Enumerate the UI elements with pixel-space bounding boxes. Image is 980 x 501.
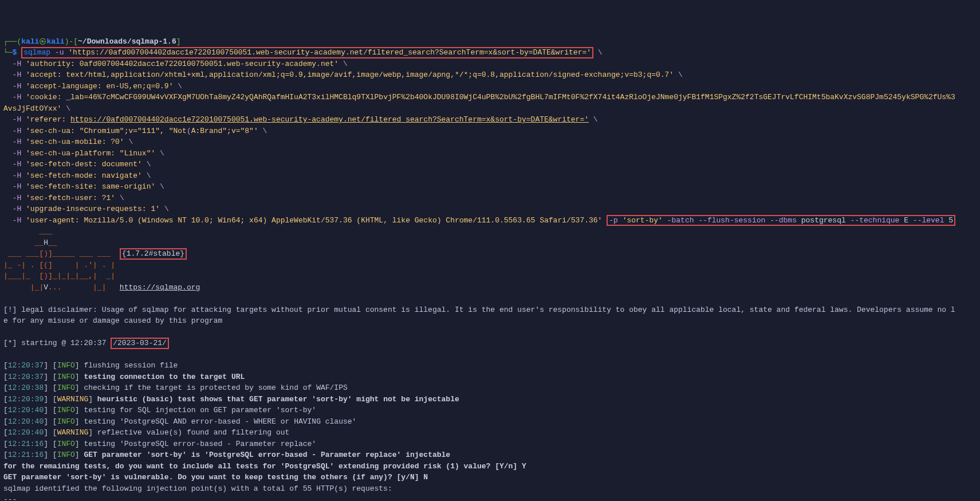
log-output: [12:20:37] [INFO] flushing session file … xyxy=(3,361,459,459)
starting-line: [*] starting @ 12:20:37 /2023-03-21/ xyxy=(3,339,169,347)
sqlmap-command-box: sqlmap -u 'https://0afd007004402dacc1e72… xyxy=(21,47,593,58)
prompt-line2: └─$ xyxy=(3,48,17,57)
version-box: {1.7.2#stable} xyxy=(120,248,187,260)
sqlmap-ascii-banner: ___ __H__ ___ ___[)]_____ ___ ___ {1.7.2… xyxy=(3,227,200,292)
prompt-line1: ┌──(kali㉿kali)-[~/Downloads/sqlmap-1.6] xyxy=(3,37,181,46)
prompt-keep-testing: GET parameter 'sort-by' is vulnerable. D… xyxy=(3,473,428,482)
start-date-box: /2023-03-21/ xyxy=(111,338,169,349)
terminal[interactable]: ┌──(kali㉿kali)-[~/Downloads/sqlmap-1.6] … xyxy=(0,34,980,502)
prompt-remaining-tests: for the remaining tests, do you want to … xyxy=(3,462,526,471)
sqlmap-url[interactable]: https://sqlmap.org xyxy=(120,283,200,292)
legal-disclaimer: [!] legal disclaimer: Usage of sqlmap fo… xyxy=(3,306,955,326)
sqlmap-options-box: -p 'sort-by' -batch --flush-session --db… xyxy=(607,215,955,226)
dash-separator: --- xyxy=(3,495,17,501)
identified-points: sqlmap identified the following injectio… xyxy=(3,484,392,493)
